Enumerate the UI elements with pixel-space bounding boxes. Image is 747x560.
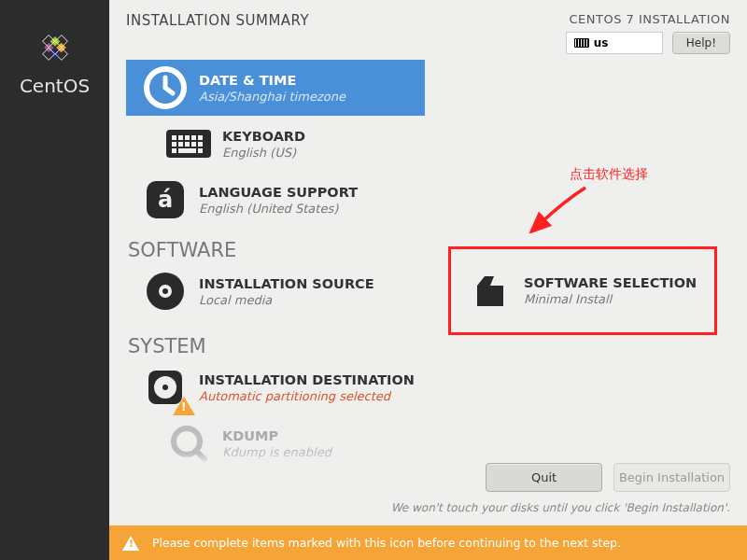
svg-rect-10	[172, 135, 176, 140]
svg-rect-19	[198, 142, 203, 147]
spoke-destination[interactable]: INSTALLATION DESTINATION Automatic parti…	[126, 359, 425, 415]
annotation-text: 点击软件选择	[570, 166, 648, 183]
svg-rect-17	[185, 142, 190, 147]
sidebar: CentOS	[0, 0, 109, 560]
product-title: CENTOS 7 INSTALLATION	[566, 12, 730, 26]
spoke-keyboard-title: KEYBOARD	[222, 129, 305, 144]
footer-hint: We won't touch your disks until you clic…	[391, 501, 730, 514]
main-area: INSTALLATION SUMMARY CENTOS 7 INSTALLATI…	[109, 0, 747, 525]
spoke-datetime-status: Asia/Shanghai timezone	[199, 90, 345, 104]
spoke-datetime[interactable]: DATE & TIME Asia/Shanghai timezone	[126, 60, 425, 116]
keyboard-layout-text: us	[594, 36, 609, 49]
svg-point-30	[162, 385, 168, 390]
spoke-selection-title: SOFTWARE SELECTION	[524, 275, 697, 290]
spoke-installation-source[interactable]: INSTALLATION SOURCE Local media	[126, 263, 425, 319]
spoke-source-status: Local media	[199, 293, 374, 307]
spoke-kdump-status: Kdump is enabled	[222, 445, 331, 459]
sidebar-brand: CentOS	[20, 75, 90, 97]
package-icon	[472, 273, 509, 310]
spoke-destination-title: INSTALLATION DESTINATION	[199, 372, 415, 387]
svg-rect-12	[185, 135, 190, 140]
warning-bar: Please complete items marked with this i…	[109, 525, 747, 560]
keyboard-large-icon	[164, 126, 213, 161]
begin-installation-button[interactable]: Begin Installation	[613, 463, 730, 492]
svg-rect-14	[198, 135, 203, 140]
spoke-kdump-title: KDUMP	[222, 428, 331, 443]
svg-rect-18	[191, 142, 196, 147]
svg-rect-11	[178, 135, 183, 140]
svg-rect-21	[178, 148, 196, 153]
header: INSTALLATION SUMMARY CENTOS 7 INSTALLATI…	[109, 0, 747, 60]
content: DATE & TIME Asia/Shanghai timezone	[109, 60, 747, 471]
disc-icon	[144, 270, 187, 313]
spoke-kdump[interactable]: KDUMP Kdump is enabled	[149, 415, 448, 471]
spoke-language-title: LANGUAGE SUPPORT	[199, 185, 358, 200]
svg-rect-13	[191, 135, 196, 140]
language-icon: á	[144, 178, 187, 221]
quit-button[interactable]: Quit	[486, 463, 602, 492]
annotation-arrow-icon	[528, 182, 593, 233]
svg-text:á: á	[158, 187, 173, 213]
svg-rect-16	[178, 142, 183, 147]
spoke-selection-status: Minimal Install	[524, 292, 697, 306]
spoke-keyboard[interactable]: KEYBOARD English (US)	[149, 116, 448, 172]
keyboard-layout-indicator[interactable]: us	[566, 32, 663, 54]
spoke-software-selection[interactable]: SOFTWARE SELECTION Minimal Install	[448, 246, 717, 335]
keyboard-icon	[574, 38, 589, 48]
warning-triangle-icon	[122, 536, 139, 551]
warning-icon	[173, 397, 195, 415]
svg-point-27	[162, 288, 168, 294]
svg-rect-22	[198, 148, 203, 153]
section-system-label: SYSTEM	[126, 335, 730, 357]
spoke-datetime-title: DATE & TIME	[199, 73, 345, 88]
centos-logo-icon	[35, 28, 75, 67]
spoke-language-status: English (United States)	[199, 202, 358, 216]
spoke-source-title: INSTALLATION SOURCE	[199, 276, 374, 291]
svg-rect-15	[172, 142, 176, 147]
page-title: INSTALLATION SUMMARY	[126, 12, 309, 29]
clock-icon	[144, 66, 187, 109]
kdump-icon	[167, 422, 210, 465]
svg-line-32	[196, 451, 204, 459]
svg-rect-20	[172, 148, 176, 153]
warning-bar-text: Please complete items marked with this i…	[152, 536, 621, 550]
help-button[interactable]: Help!	[672, 32, 730, 54]
footer-buttons: Quit Begin Installation	[486, 463, 730, 492]
spoke-destination-status: Automatic partitioning selected	[199, 389, 415, 403]
spoke-keyboard-status: English (US)	[222, 146, 305, 160]
spoke-language[interactable]: á LANGUAGE SUPPORT English (United State…	[126, 172, 425, 228]
